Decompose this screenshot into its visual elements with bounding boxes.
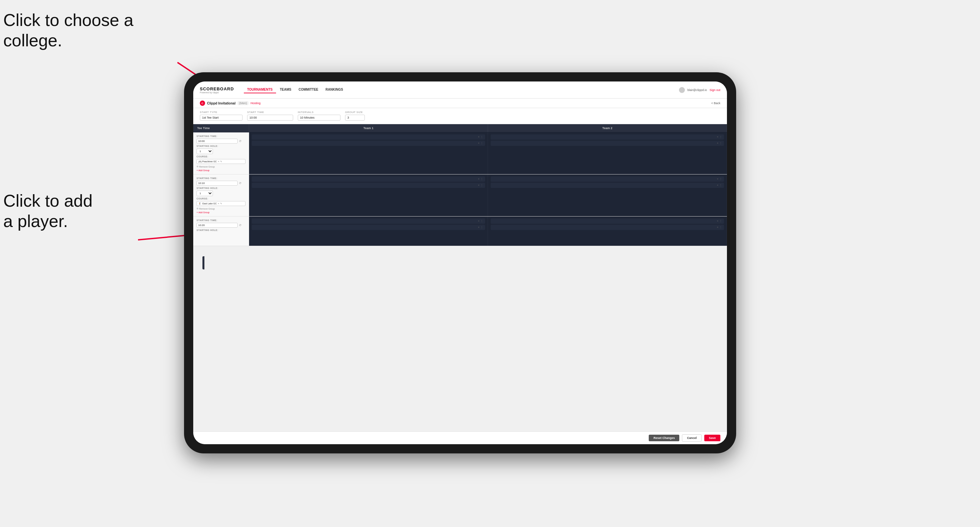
player-x-btn[interactable]: × <box>717 226 718 229</box>
player-x-btn[interactable]: × <box>478 226 479 229</box>
starting-time-row-3: ⏱ <box>197 223 245 228</box>
start-time-group: Start Time <box>247 111 293 121</box>
remove-group-1[interactable]: ⊖ Remove Group <box>197 165 245 168</box>
player-edit-btn[interactable]: ⋮ <box>480 142 483 144</box>
breadcrumb-bar: C Clippd Invitational (Men) Hosting < Ba… <box>193 98 727 108</box>
player-row[interactable]: × ⋮ <box>491 225 724 230</box>
player-edit-btn[interactable]: ⋮ <box>480 184 483 187</box>
player-row[interactable]: × ⋮ <box>491 176 724 182</box>
player-edit-btn[interactable]: ⋮ <box>719 142 722 144</box>
player-edit-btn[interactable]: ⋮ <box>719 136 722 138</box>
player-x-btn[interactable]: × <box>717 220 718 222</box>
player-edit-btn[interactable]: ⋮ <box>480 226 483 229</box>
player-actions: × ⋮ <box>478 220 483 222</box>
clock-icon-2: ⏱ <box>239 182 242 185</box>
starting-hole-select-1[interactable]: 1 <box>197 149 213 154</box>
player-row[interactable]: × ⋮ <box>252 219 485 224</box>
player-row[interactable]: × ⋮ <box>491 219 724 224</box>
cancel-button[interactable]: Cancel <box>682 434 702 441</box>
remove-group-2[interactable]: ⊖ Remove Group <box>197 207 245 210</box>
clock-icon-1: ⏱ <box>239 140 242 143</box>
start-time-input[interactable] <box>247 115 293 121</box>
starting-time-input-2[interactable] <box>197 181 238 186</box>
player-actions: × ⋮ <box>717 178 722 180</box>
player-x-btn[interactable]: × <box>717 142 718 144</box>
starting-time-input-3[interactable] <box>197 223 238 228</box>
starting-hole-row-2: 1 <box>197 190 245 196</box>
course-tag-1-remove[interactable]: × <box>218 160 220 163</box>
intervals-group: Intervals 10 Minutes <box>298 111 340 121</box>
player-edit-btn[interactable]: ⋮ <box>719 226 722 229</box>
player-edit-btn[interactable]: ⋮ <box>480 220 483 222</box>
group-size-select[interactable]: 3 <box>345 115 365 121</box>
player-edit-btn[interactable]: ⋮ <box>719 220 722 222</box>
player-row[interactable]: × ⋮ <box>252 183 485 188</box>
player-x-btn[interactable]: × <box>478 178 479 180</box>
app-container: SCOREBOARD Powered by clippd TOURNAMENTS… <box>193 81 727 444</box>
breadcrumb-logo: C <box>200 100 205 106</box>
starting-time-row-1: ⏱ <box>197 139 245 144</box>
starting-hole-select-2[interactable]: 1 <box>197 190 213 196</box>
user-avatar <box>679 87 685 93</box>
starting-time-label-3: STARTING TIME: <box>197 219 245 221</box>
player-x-btn[interactable]: × <box>717 184 718 187</box>
starting-time-row-2: ⏱ <box>197 181 245 186</box>
group-1-left: STARTING TIME: ⏱ STARTING HOLE: 1 COURSE… <box>193 132 249 174</box>
player-x-btn[interactable]: × <box>478 142 479 144</box>
player-x-btn[interactable]: × <box>478 136 479 138</box>
nav-teams[interactable]: TEAMS <box>277 86 295 93</box>
player-row[interactable]: × ⋮ <box>252 225 485 230</box>
course-tag-2-remove[interactable]: × <box>218 202 220 205</box>
back-button[interactable]: < Back <box>711 102 721 105</box>
player-row[interactable]: × ⋮ <box>252 176 485 182</box>
add-group-2[interactable]: + Add Group <box>197 211 245 214</box>
side-tab[interactable] <box>202 256 204 270</box>
player-row[interactable]: × ⋮ <box>491 183 724 188</box>
course-tag-2[interactable]: 🏌 East Lake GC × ✎ <box>197 201 245 206</box>
bottom-bar: Reset Changes Cancel Save <box>193 432 727 444</box>
player-x-btn[interactable]: × <box>717 136 718 138</box>
player-edit-btn[interactable]: ⋮ <box>480 136 483 138</box>
player-edit-btn[interactable]: ⋮ <box>719 184 722 187</box>
player-actions: × ⋮ <box>717 142 722 144</box>
starting-time-input-1[interactable] <box>197 139 238 144</box>
nav-rankings[interactable]: RANKINGS <box>322 86 346 93</box>
nav-tournaments[interactable]: TOURNAMENTS <box>244 86 276 93</box>
course-tag-1-edit[interactable]: ✎ <box>220 160 222 163</box>
intervals-select[interactable]: 10 Minutes <box>298 115 340 121</box>
team2-cell-3: × ⋮ × ⋮ <box>488 216 727 246</box>
remove-icon-2: ⊖ <box>197 207 199 210</box>
player-edit-btn[interactable]: ⋮ <box>480 178 483 180</box>
remove-icon-1: ⊖ <box>197 165 199 168</box>
user-email: blair@clippd.io <box>687 88 707 92</box>
save-button[interactable]: Save <box>704 435 721 441</box>
player-row[interactable]: × ⋮ <box>491 134 724 140</box>
player-row[interactable]: × ⋮ <box>252 134 485 140</box>
player-actions: × ⋮ <box>717 184 722 187</box>
group-2-left: STARTING TIME: ⏱ STARTING HOLE: 1 COURSE… <box>193 175 249 216</box>
nav-committee[interactable]: COMMITTEE <box>296 86 322 93</box>
player-row[interactable]: × ⋮ <box>491 141 724 146</box>
player-row[interactable]: × ⋮ <box>252 141 485 146</box>
course-tag-2-edit[interactable]: ✎ <box>220 202 222 205</box>
player-x-btn[interactable]: × <box>478 184 479 187</box>
player-x-btn[interactable]: × <box>717 178 718 180</box>
course-icon-2: 🏌 <box>199 202 202 205</box>
player-edit-btn[interactable]: ⋮ <box>719 178 722 180</box>
start-type-select[interactable]: 1st Tee Start <box>200 115 243 121</box>
groups-container: STARTING TIME: ⏱ STARTING HOLE: 1 COURSE… <box>193 132 727 432</box>
add-group-1[interactable]: + Add Group <box>197 169 245 171</box>
header-right: blair@clippd.io Sign out <box>679 87 721 93</box>
course-tag-1[interactable]: (A) Peachtree GC × ✎ <box>197 159 245 164</box>
start-type-group: Start Type 1st Tee Start <box>200 111 243 121</box>
th-team1: Team 1 <box>249 124 488 132</box>
tournament-title: Clippd Invitational <box>207 102 235 105</box>
table-header: Tee Time Team 1 Team 2 <box>193 124 727 132</box>
sign-out-link[interactable]: Sign out <box>710 88 721 92</box>
player-x-btn[interactable]: × <box>478 220 479 222</box>
group-size-group: Group Size 3 <box>345 111 365 121</box>
group-size-label: Group Size <box>345 111 365 114</box>
team2-cell-1: × ⋮ × ⋮ <box>488 132 727 174</box>
reset-button[interactable]: Reset Changes <box>649 435 679 441</box>
player-actions: × ⋮ <box>717 226 722 229</box>
